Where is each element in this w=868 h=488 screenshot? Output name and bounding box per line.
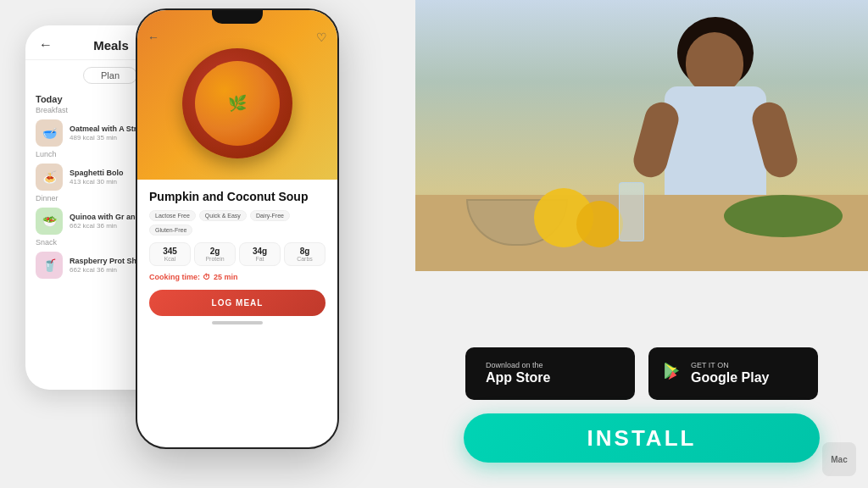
phone-notch [212,10,263,24]
protein-label: Protein [198,256,231,262]
macro-kcal: 345 Kcal [149,242,191,266]
recipe-nav: ← ♡ [137,27,337,47]
carbs-value: 8g [288,247,321,256]
carbs-label: Carbs [288,256,321,262]
google-play-text: GET IT ON Google Play [691,361,769,385]
cooking-time: Cooking time: ⏱ 25 min [149,273,326,281]
kcal-label: Kcal [153,256,186,262]
phone-front: 🌿 ← ♡ Pumpkin and Coconut Soup Lactose F… [136,8,339,449]
google-play-button[interactable]: GET IT ON Google Play [648,347,818,400]
macro-carbs: 8g Carbs [284,242,326,266]
meal-thumb: 🍝 [36,164,63,191]
macros-row: 345 Kcal 2g Protein 34g Fat 8g Carbs [149,242,326,266]
soup-bowl: 🌿 [182,48,292,158]
google-play-sub: GET IT ON [691,361,729,369]
home-bar [212,321,263,324]
kcal-value: 345 [153,247,186,256]
meals-title: Meals [93,38,129,53]
tag-quick: Quick & Easy [199,210,247,221]
app-store-main: App Store [486,369,550,385]
google-play-main: Google Play [691,369,769,385]
google-play-icon [662,360,684,388]
clock-icon: ⏱ [203,273,210,281]
fat-value: 34g [243,247,276,256]
cooking-time-value: 25 min [214,273,238,281]
macro-protein: 2g Protein [194,242,236,266]
store-buttons: Download on the App Store GET IT ON Goog… [465,347,818,400]
meal-thumb: 🥗 [36,208,63,235]
cooking-time-label: Cooking time: [149,273,200,281]
plan-tab-label: Plan [83,67,137,84]
protein-value: 2g [198,247,231,256]
recipe-title: Pumpkin and Coconut Soup [149,190,326,203]
log-meal-button[interactable]: LOG MEAL [149,290,326,316]
tag-dairy: Dairy-Free [250,210,290,221]
macro-fat: 34g Fat [239,242,281,266]
app-store-text: Download on the App Store [486,361,550,385]
left-panel: ← Meals ⓘ Plan Today Breakfast 🥣 Oatmeal… [0,0,415,488]
right-panel: Download on the App Store GET IT ON Goog… [415,0,868,488]
back-arrow-icon: ← [39,37,53,53]
recipe-heart-icon[interactable]: ♡ [316,30,327,44]
app-store-sub: Download on the [486,361,543,369]
meal-thumb: 🥤 [36,252,63,279]
fat-label: Fat [243,256,276,262]
install-button[interactable]: INSTALL [464,413,820,463]
tag-lactose: Lactose Free [149,210,196,221]
tag-gluten: Gluten-Free [149,225,192,236]
hero-photo [415,0,868,271]
recipe-back-icon[interactable]: ← [147,30,159,44]
soup-garnish: 🌿 [228,94,247,113]
mac-badge: Mac [822,442,856,476]
app-store-button[interactable]: Download on the App Store [465,347,635,400]
tags-row: Lactose Free Quick & Easy Dairy-Free Glu… [149,210,326,236]
meal-thumb: 🥣 [36,119,63,147]
recipe-content: Pumpkin and Coconut Soup Lactose Free Qu… [137,180,337,335]
